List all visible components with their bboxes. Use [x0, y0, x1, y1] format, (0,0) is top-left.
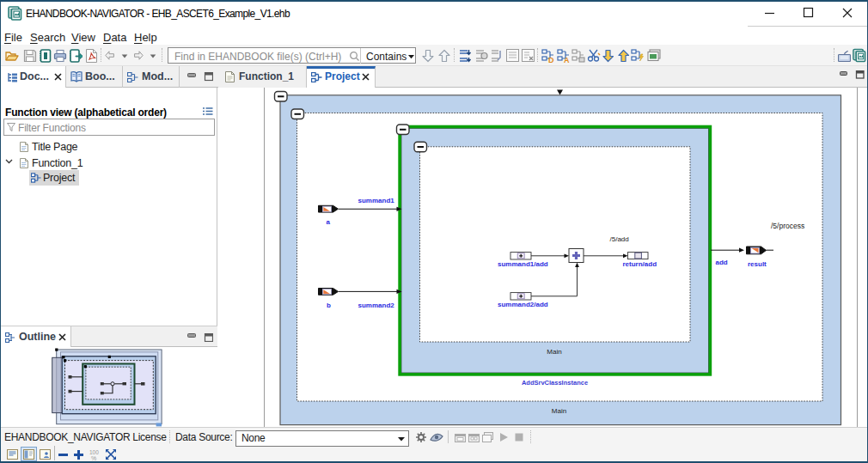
- svg-text:Main: Main: [547, 348, 561, 356]
- svg-text:summand1/add: summand1/add: [498, 260, 548, 268]
- svg-text:result: result: [748, 260, 767, 268]
- svg-text:AddSrvClassInstance: AddSrvClassInstance: [522, 379, 588, 387]
- svg-text:D: D: [548, 56, 554, 63]
- svg-text:return/add: return/add: [623, 260, 657, 268]
- svg-text:/5/add: /5/add: [610, 235, 629, 243]
- svg-text:a: a: [327, 218, 331, 226]
- svg-text:add: add: [716, 259, 728, 266]
- svg-text:summand1: summand1: [358, 197, 395, 204]
- svg-text:summand2/add: summand2/add: [498, 301, 548, 308]
- svg-text:100: 100: [89, 449, 99, 455]
- svg-text:/5/process: /5/process: [771, 222, 804, 230]
- svg-text:A: A: [564, 56, 570, 63]
- svg-text:summand2: summand2: [358, 302, 395, 309]
- svg-text:b: b: [327, 302, 331, 309]
- svg-text:%: %: [91, 455, 96, 460]
- svg-text:Main: Main: [552, 407, 566, 415]
